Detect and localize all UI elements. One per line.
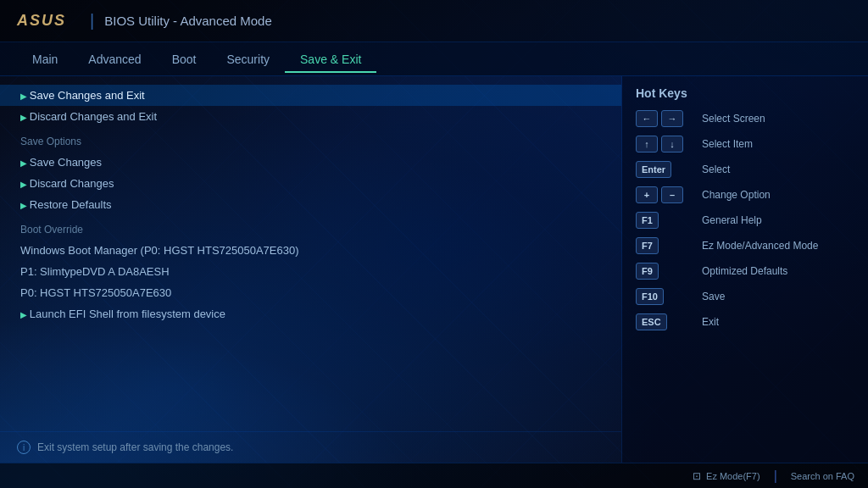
nav-item-security[interactable]: Security: [211, 46, 285, 73]
main-area: Save Changes and Exit Discard Changes an…: [0, 76, 868, 463]
status-bar: ⊡ Ez Mode(F7) | Search on FAQ: [0, 463, 868, 488]
menu-windows-boot-manager[interactable]: Windows Boot Manager (P0: HGST HTS725050…: [0, 240, 621, 261]
hotkeys-panel: Hot Keys ← → Select Screen ↑ ↓ Select It…: [622, 76, 868, 463]
hotkey-select-screen: ← → Select Screen: [636, 110, 854, 127]
hotkey-change-option-keys: + –: [636, 186, 695, 203]
key-f7: F7: [636, 237, 659, 254]
menu-restore-defaults[interactable]: Restore Defaults: [0, 194, 621, 215]
hotkey-general-help-keys: F1: [636, 212, 695, 229]
key-down-arrow: ↓: [661, 136, 683, 152]
header: ASUS | BIOS Utility - Advanced Mode: [0, 0, 868, 42]
navigation: Main Advanced Boot Security Save & Exit: [0, 42, 868, 76]
ez-mode-button[interactable]: ⊡ Ez Mode(F7): [693, 470, 760, 482]
hotkey-select-label: Select: [702, 164, 730, 175]
nav-item-main[interactable]: Main: [17, 46, 73, 73]
menu-launch-efi-shell[interactable]: Launch EFI Shell from filesystem device: [0, 303, 621, 324]
hotkey-optimized-defaults-label: Optimized Defaults: [702, 265, 787, 277]
menu-boot-override-label: Boot Override: [0, 215, 621, 240]
hotkey-ez-mode-label: Ez Mode/Advanced Mode: [702, 240, 818, 252]
hotkeys-title: Hot Keys: [636, 86, 854, 100]
search-faq-button[interactable]: Search on FAQ: [791, 471, 854, 481]
key-right-arrow: →: [661, 110, 683, 127]
key-enter: Enter: [636, 161, 671, 178]
key-esc: ESC: [636, 313, 667, 330]
search-faq-label: Search on FAQ: [791, 471, 854, 481]
hotkey-optimized-defaults-keys: F9: [636, 263, 695, 280]
key-up-arrow: ↑: [636, 136, 658, 152]
hotkey-save: F10 Save: [636, 288, 854, 305]
left-panel: Save Changes and Exit Discard Changes an…: [0, 76, 622, 463]
hotkey-select-item-label: Select Item: [702, 138, 753, 150]
hotkey-exit-label: Exit: [702, 316, 719, 328]
hotkey-ez-mode: F7 Ez Mode/Advanced Mode: [636, 237, 854, 254]
hotkey-select-keys: Enter: [636, 161, 695, 178]
hotkey-exit-keys: ESC: [636, 313, 695, 330]
nav-item-save-exit[interactable]: Save & Exit: [285, 46, 376, 73]
menu-p0-hgst[interactable]: P0: HGST HTS725050A7E630: [0, 282, 621, 303]
hotkey-save-keys: F10: [636, 288, 695, 305]
ez-mode-icon: ⊡: [693, 470, 701, 482]
hotkey-select-screen-keys: ← →: [636, 110, 695, 127]
hotkey-general-help: F1 General Help: [636, 212, 854, 229]
key-f1: F1: [636, 212, 659, 229]
key-minus: –: [661, 186, 683, 203]
info-section: i Exit system setup after saving the cha…: [0, 431, 621, 463]
header-title: BIOS Utility - Advanced Mode: [104, 14, 272, 28]
hotkey-select-item: ↑ ↓ Select Item: [636, 136, 854, 152]
hotkey-select: Enter Select: [636, 161, 854, 178]
info-text: Exit system setup after saving the chang…: [37, 441, 233, 453]
nav-item-boot[interactable]: Boot: [157, 46, 212, 73]
key-f9: F9: [636, 263, 659, 280]
asus-logo-text: ASUS: [17, 12, 66, 30]
info-icon: i: [17, 441, 31, 454]
hotkey-change-option-label: Change Option: [702, 189, 771, 201]
hotkey-optimized-defaults: F9 Optimized Defaults: [636, 263, 854, 280]
hotkey-select-screen-label: Select Screen: [702, 113, 765, 125]
menu-save-changes[interactable]: Save Changes: [0, 152, 621, 173]
hotkey-ez-mode-keys: F7: [636, 237, 695, 254]
hotkey-save-label: Save: [702, 291, 725, 302]
header-divider: |: [90, 11, 94, 30]
menu-save-options-label: Save Options: [0, 127, 621, 152]
key-left-arrow: ←: [636, 110, 658, 127]
menu-discard-changes-exit[interactable]: Discard Changes and Exit: [0, 106, 621, 127]
hotkey-change-option: + – Change Option: [636, 186, 854, 203]
key-f10: F10: [636, 288, 664, 305]
ez-mode-label: Ez Mode(F7): [706, 471, 760, 481]
hotkey-select-item-keys: ↑ ↓: [636, 136, 695, 152]
status-divider: |: [774, 469, 777, 484]
menu-save-changes-exit[interactable]: Save Changes and Exit: [0, 85, 621, 106]
asus-logo: ASUS: [17, 12, 66, 30]
menu-discard-changes[interactable]: Discard Changes: [0, 173, 621, 194]
key-plus: +: [636, 186, 658, 203]
hotkey-general-help-label: General Help: [702, 214, 762, 226]
hotkey-exit: ESC Exit: [636, 313, 854, 330]
nav-item-advanced[interactable]: Advanced: [73, 46, 156, 73]
menu-p1-slimtype[interactable]: P1: SlimtypeDVD A DA8AESH: [0, 261, 621, 282]
